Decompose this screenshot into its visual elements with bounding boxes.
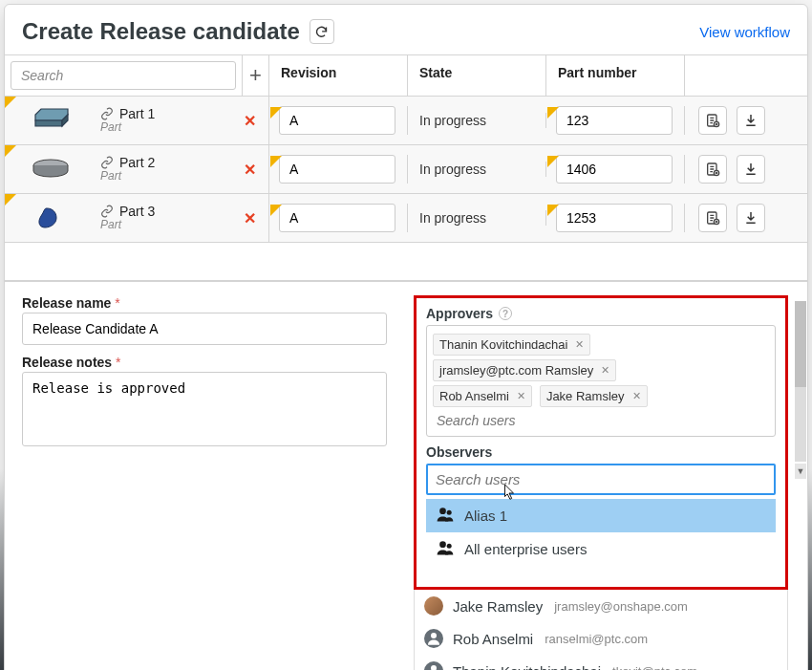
- state-text: In progress: [408, 113, 546, 128]
- svg-point-15: [431, 665, 437, 670]
- approvers-field[interactable]: Thanin Kovitchindachai✕ jramsley@ptc.com…: [426, 325, 776, 437]
- part-type: Part: [100, 121, 155, 135]
- link-icon: [100, 205, 114, 218]
- avatar: [424, 629, 443, 648]
- approvers-observers-highlight: Approvers ? Thanin Kovitchindachai✕ jram…: [414, 295, 788, 590]
- approver-chip[interactable]: jramsley@ptc.com Ramsley✕: [433, 359, 616, 381]
- release-candidate-modal: Create Release candidate View workflow +…: [4, 4, 808, 670]
- form-area: Release name * Release notes * Approvers…: [5, 281, 807, 670]
- scrollbar[interactable]: ▼: [795, 301, 806, 462]
- approver-chip[interactable]: Rob Anselmi✕: [433, 385, 532, 407]
- view-workflow-link[interactable]: View workflow: [699, 24, 790, 40]
- table-row: Part 2 Part ✕ In progress: [5, 145, 807, 194]
- release-notes-input[interactable]: [22, 372, 387, 446]
- properties-icon[interactable]: [698, 155, 727, 184]
- link-icon: [100, 107, 114, 120]
- table-row: Part 3 Part ✕ In progress: [5, 194, 807, 243]
- svg-point-11: [447, 510, 452, 515]
- revision-input[interactable]: [279, 106, 395, 135]
- modal-header: Create Release candidate View workflow: [5, 5, 807, 54]
- dropdown-item-alias[interactable]: Alias 1: [426, 499, 776, 532]
- remove-chip-icon[interactable]: ✕: [517, 390, 525, 402]
- state-text: In progress: [408, 162, 546, 177]
- column-state: State: [408, 55, 546, 96]
- part-thumbnail: [20, 104, 81, 137]
- download-icon[interactable]: [737, 204, 765, 232]
- remove-part-button[interactable]: ✕: [240, 161, 259, 179]
- refresh-button[interactable]: [310, 19, 334, 44]
- part-name: Part 3: [119, 204, 155, 219]
- approvers-label: Approvers: [426, 306, 493, 321]
- parts-search-input[interactable]: [11, 61, 236, 90]
- svg-marker-1: [35, 120, 62, 126]
- dropdown-user-item[interactable]: Thanin Kovitchindachai tkovit@ptc.com: [415, 655, 787, 670]
- svg-point-14: [431, 633, 437, 638]
- team-icon: [436, 539, 455, 559]
- remove-chip-icon[interactable]: ✕: [601, 364, 609, 377]
- revision-input[interactable]: [279, 204, 395, 232]
- team-icon: [436, 506, 455, 526]
- scrollbar-thumb[interactable]: [795, 301, 806, 387]
- part-number-input[interactable]: [556, 204, 673, 232]
- observers-label: Observers: [426, 444, 492, 460]
- svg-point-13: [447, 544, 452, 549]
- part-name: Part 1: [119, 106, 155, 121]
- remove-chip-icon[interactable]: ✕: [575, 338, 584, 351]
- observers-dropdown: Alias 1 All enterprise users: [426, 499, 776, 566]
- link-icon: [100, 156, 114, 169]
- column-revision: Revision: [269, 55, 408, 96]
- download-icon[interactable]: [737, 155, 765, 184]
- part-number-input[interactable]: [556, 155, 673, 184]
- add-part-button[interactable]: +: [242, 55, 268, 96]
- modal-title: Create Release candidate: [22, 18, 300, 45]
- svg-point-10: [439, 508, 446, 514]
- part-thumbnail: [20, 153, 81, 185]
- observers-dropdown-users: Jake Ramsley jramsley@onshape.com Rob An…: [414, 590, 788, 670]
- table-row: Part 1 Part ✕ In progress: [5, 97, 807, 145]
- release-notes-label: Release notes *: [22, 355, 387, 370]
- properties-icon[interactable]: [698, 204, 727, 232]
- approvers-search-input[interactable]: [433, 409, 769, 432]
- download-icon[interactable]: [737, 106, 765, 135]
- release-name-label: Release name *: [22, 295, 387, 311]
- part-number-input[interactable]: [556, 106, 673, 135]
- approver-chip[interactable]: Jake Ramsley✕: [540, 385, 648, 407]
- column-part-number: Part number: [546, 55, 685, 96]
- remove-part-button[interactable]: ✕: [240, 112, 259, 130]
- part-thumbnail: [20, 202, 81, 234]
- avatar: [424, 596, 443, 616]
- scroll-down-icon[interactable]: ▼: [795, 464, 806, 479]
- dropdown-item-all-users[interactable]: All enterprise users: [426, 532, 776, 566]
- release-name-input[interactable]: [22, 313, 387, 345]
- properties-icon[interactable]: [698, 106, 727, 135]
- dropdown-user-item[interactable]: Rob Anselmi ranselmi@ptc.com: [415, 622, 787, 655]
- svg-marker-0: [35, 109, 68, 120]
- part-name: Part 2: [119, 155, 155, 170]
- revision-input[interactable]: [279, 155, 395, 184]
- part-type: Part: [100, 219, 155, 232]
- table-header: + Revision State Part number: [5, 55, 807, 97]
- observers-field[interactable]: [426, 464, 776, 495]
- dropdown-user-item[interactable]: Jake Ramsley jramsley@onshape.com: [415, 590, 787, 622]
- svg-point-12: [439, 541, 446, 548]
- part-type: Part: [100, 170, 155, 184]
- parts-table: + Revision State Part number Part 1 Part: [5, 54, 807, 281]
- help-icon[interactable]: ?: [499, 307, 512, 320]
- state-text: In progress: [408, 210, 546, 226]
- approver-chip[interactable]: Thanin Kovitchindachai✕: [433, 334, 590, 356]
- remove-chip-icon[interactable]: ✕: [632, 390, 641, 402]
- avatar: [424, 661, 443, 670]
- observers-search-input[interactable]: [436, 471, 766, 487]
- remove-part-button[interactable]: ✕: [240, 209, 259, 227]
